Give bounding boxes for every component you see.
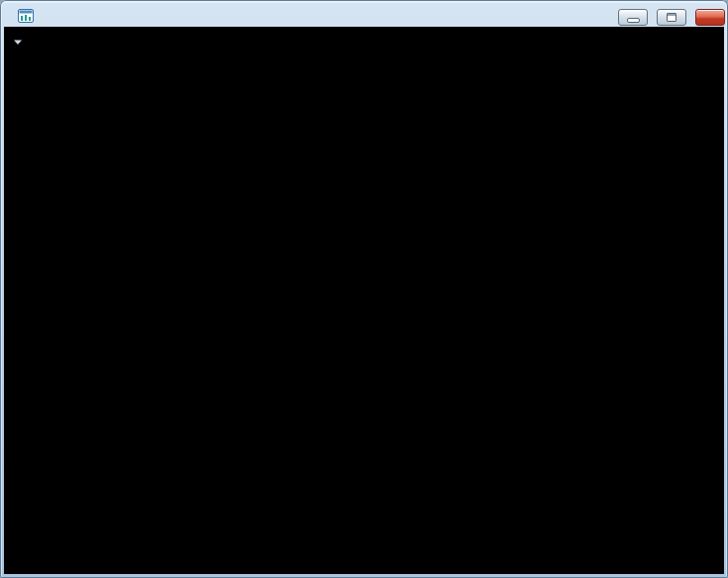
symbol-dropdown-icon[interactable] (14, 41, 22, 46)
restore-icon (667, 13, 676, 22)
close-button[interactable] (695, 9, 725, 26)
chart-window-icon[interactable] (18, 8, 34, 24)
restore-button[interactable] (657, 9, 686, 26)
chart-canvas[interactable] (4, 27, 724, 574)
chart-window (0, 0, 728, 578)
window-titlebar[interactable] (0, 0, 728, 27)
chart-client-area (4, 27, 724, 574)
window-controls (618, 9, 725, 26)
minimize-icon (627, 18, 640, 23)
minimize-button[interactable] (618, 9, 648, 26)
